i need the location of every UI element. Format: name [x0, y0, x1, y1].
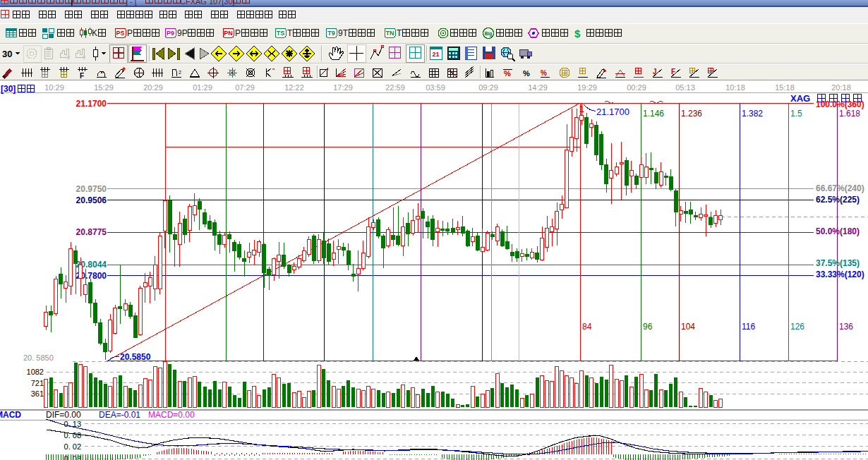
- svg-text:10:29: 10:29: [44, 83, 64, 92]
- svg-text:": ": [272, 67, 275, 74]
- svg-text:33.33%(120): 33.33%(120): [816, 270, 864, 279]
- svg-text:9P: 9P: [177, 28, 188, 38]
- svg-text:3: 3: [67, 55, 70, 60]
- svg-text:19:29: 19:29: [577, 83, 597, 92]
- svg-text:9: 9: [83, 55, 85, 60]
- svg-text:361: 361: [31, 389, 44, 398]
- svg-text:0. 08: 0. 08: [64, 431, 81, 440]
- svg-text:9T: 9T: [338, 28, 349, 38]
- svg-text:84: 84: [582, 322, 592, 332]
- svg-text:05:13: 05:13: [675, 83, 695, 92]
- svg-text:XAG: XAG: [790, 93, 810, 104]
- svg-text:104: 104: [681, 322, 695, 332]
- svg-text:%: %: [523, 69, 530, 78]
- svg-text:1082: 1082: [27, 368, 44, 376]
- svg-text:TN: TN: [386, 30, 394, 37]
- svg-text:PN: PN: [224, 30, 233, 37]
- svg-text:20.5850: 20.5850: [120, 352, 151, 362]
- svg-text:%: %: [541, 69, 547, 77]
- svg-text:20.9506: 20.9506: [76, 195, 107, 205]
- svg-text:%: %: [504, 69, 511, 78]
- svg-text:721: 721: [31, 379, 44, 387]
- svg-text:P: P: [127, 28, 133, 38]
- svg-text:22:59: 22:59: [385, 83, 405, 92]
- svg-text:$: $: [574, 28, 581, 40]
- svg-text:T: T: [287, 28, 293, 38]
- svg-text:07:29: 07:29: [235, 83, 255, 92]
- svg-text:1.382: 1.382: [742, 109, 763, 119]
- svg-text:62.5%(225): 62.5%(225): [816, 195, 860, 205]
- svg-text:00:29: 00:29: [627, 83, 646, 92]
- svg-text:F: F: [80, 72, 84, 80]
- svg-text:P: P: [235, 28, 241, 38]
- svg-text:20:29: 20:29: [143, 83, 163, 92]
- svg-text:01:29: 01:29: [193, 83, 212, 92]
- svg-text:20.9750: 20.9750: [76, 184, 107, 194]
- svg-text:15:29: 15:29: [94, 83, 114, 92]
- svg-text:0. 02: 0. 02: [64, 442, 81, 451]
- svg-text:09:29: 09:29: [478, 83, 498, 92]
- svg-text:TS: TS: [277, 30, 285, 37]
- svg-text:14:29: 14:29: [528, 83, 548, 92]
- svg-text:66.67%(240): 66.67%(240): [816, 183, 864, 193]
- svg-text:10:18: 10:18: [725, 83, 745, 92]
- svg-text:PS: PS: [116, 30, 124, 37]
- svg-text:20:18: 20:18: [831, 83, 851, 92]
- svg-text:116: 116: [742, 322, 755, 332]
- svg-text:] - [: ] - [: [126, 0, 137, 6]
- svg-text:96: 96: [643, 322, 653, 332]
- svg-text:P9: P9: [167, 30, 174, 37]
- svg-text:21: 21: [432, 51, 439, 58]
- svg-text:Big: Big: [485, 31, 493, 37]
- svg-text:DIF=0.00: DIF=0.00: [46, 410, 81, 420]
- svg-text:T: T: [397, 28, 402, 38]
- svg-text:MACD=0.00: MACD=0.00: [148, 410, 195, 420]
- svg-text:21.1700: 21.1700: [596, 107, 629, 117]
- svg-text:03:59: 03:59: [426, 83, 445, 92]
- svg-text:17:29: 17:29: [333, 83, 353, 92]
- svg-text:37.5%(135): 37.5%(135): [816, 258, 860, 268]
- svg-text:136: 136: [839, 322, 853, 332]
- svg-text:T9: T9: [327, 30, 335, 37]
- svg-text:15:18: 15:18: [775, 83, 795, 92]
- svg-text:50.0%(180): 50.0%(180): [816, 226, 860, 236]
- svg-text:CFXAG 107[30]: CFXAG 107[30]: [180, 0, 235, 6]
- svg-text:1.146: 1.146: [643, 109, 664, 119]
- svg-text:21.1700: 21.1700: [76, 99, 107, 109]
- svg-text:100.0%(360): 100.0%(360): [816, 99, 864, 109]
- svg-text:DEA=-0.01: DEA=-0.01: [99, 410, 140, 420]
- svg-text:12:22: 12:22: [284, 83, 304, 92]
- svg-text:1.236: 1.236: [681, 109, 702, 119]
- svg-text:2: 2: [179, 70, 181, 75]
- svg-text:F: F: [671, 68, 675, 75]
- svg-text:MACD: MACD: [0, 410, 21, 420]
- svg-text:0. 03: 0. 03: [64, 454, 81, 460]
- svg-text:1.618: 1.618: [839, 109, 860, 119]
- svg-text:[30]: [30]: [1, 84, 16, 94]
- svg-text:126: 126: [790, 322, 804, 332]
- svg-text:30: 30: [2, 49, 12, 59]
- svg-text:20. 5850: 20. 5850: [23, 353, 54, 362]
- svg-text:20.8775: 20.8775: [76, 227, 107, 237]
- svg-text:1.5: 1.5: [790, 109, 802, 119]
- svg-text:K: K: [92, 28, 97, 38]
